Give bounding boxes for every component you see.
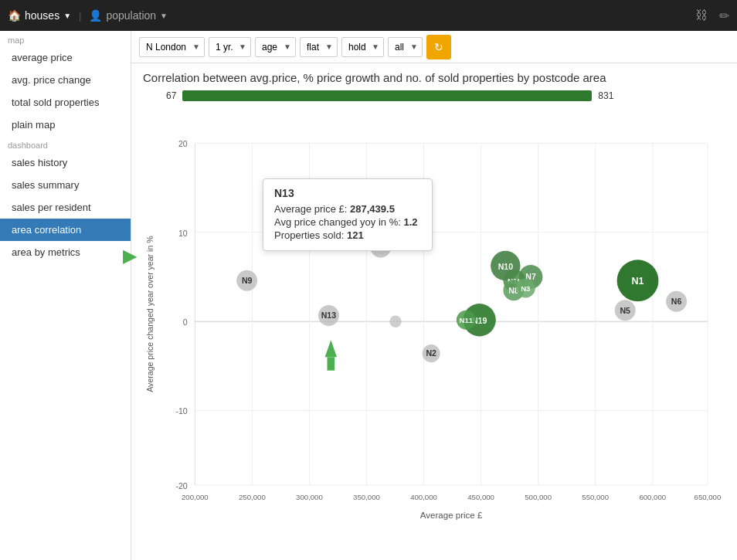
svg-text:Average price £: Average price £ bbox=[420, 511, 483, 520]
period-filter[interactable]: 1 yr. ▼ bbox=[209, 37, 251, 57]
svg-text:0: 0 bbox=[183, 317, 188, 327]
legend-max: 831 bbox=[598, 90, 613, 101]
house-icon: 🏠 bbox=[8, 9, 21, 22]
svg-text:500,000: 500,000 bbox=[525, 493, 552, 501]
svg-text:300,000: 300,000 bbox=[296, 493, 323, 501]
type-select[interactable]: flat bbox=[300, 37, 338, 57]
chart-title: Correlation between avg.price, % price g… bbox=[143, 71, 725, 84]
scope-filter[interactable]: all ▼ bbox=[388, 37, 423, 57]
svg-text:400,000: 400,000 bbox=[410, 493, 437, 501]
svg-text:350,000: 350,000 bbox=[353, 493, 380, 501]
population-caret: ▼ bbox=[160, 12, 168, 20]
scope-select[interactable]: all bbox=[388, 37, 423, 57]
location-select[interactable]: N London bbox=[139, 37, 205, 57]
sidebar-item-plain-map[interactable]: plain map bbox=[0, 114, 131, 136]
svg-text:N11: N11 bbox=[460, 316, 474, 324]
period-select[interactable]: 1 yr. bbox=[209, 37, 251, 57]
edit-icon[interactable]: ✏ bbox=[719, 8, 729, 23]
sidebar-item-sales-per-resident[interactable]: sales per resident bbox=[0, 196, 131, 219]
svg-text:10: 10 bbox=[178, 229, 188, 238]
brand-label: houses bbox=[25, 9, 59, 22]
svg-text:550,000: 550,000 bbox=[582, 493, 609, 501]
metric-filter[interactable]: age ▼ bbox=[255, 37, 296, 57]
sidebar-item-sales-summary[interactable]: sales summary bbox=[0, 174, 131, 196]
filter-bar: N London ▼ 1 yr. ▼ age ▼ flat ▼ hold ▼ a… bbox=[131, 31, 737, 63]
svg-text:N6: N6 bbox=[671, 297, 682, 306]
sidebar-item-area-by-metrics[interactable]: area by metrics bbox=[0, 241, 131, 263]
svg-text:N10: N10 bbox=[498, 262, 514, 271]
sidebar-item-sales-history[interactable]: sales history bbox=[0, 151, 131, 174]
svg-text:N2: N2 bbox=[426, 348, 436, 358]
svg-text:N5: N5 bbox=[620, 306, 630, 315]
bubble-small-1[interactable] bbox=[389, 315, 401, 327]
sidebar-arrow-icon: ▶ bbox=[123, 246, 136, 266]
up-arrow-icon bbox=[325, 340, 337, 357]
scatter-chart: 20 10 0 -10 -20 200,000 250,000 300,000 … bbox=[143, 109, 725, 541]
sidebar: map average price avg. price change tota… bbox=[0, 31, 131, 560]
svg-text:20: 20 bbox=[178, 139, 188, 148]
brand-caret: ▼ bbox=[63, 12, 71, 20]
top-nav: 🏠 houses ▼ | 👤 population ▼ ⛓ ✏ bbox=[0, 0, 737, 31]
mode-filter[interactable]: hold ▼ bbox=[341, 37, 384, 57]
sidebar-item-area-correlation[interactable]: area correlation bbox=[0, 219, 131, 241]
sidebar-item-average-price[interactable]: average price bbox=[0, 46, 131, 69]
refresh-button[interactable]: ↻ bbox=[426, 35, 451, 59]
person-icon: 👤 bbox=[89, 9, 102, 22]
brand[interactable]: 🏠 houses ▼ bbox=[8, 9, 71, 22]
svg-text:N15: N15 bbox=[373, 243, 389, 252]
population-label: population bbox=[106, 9, 156, 22]
metric-select[interactable]: age bbox=[255, 37, 296, 57]
legend-bar-container: 67 831 bbox=[166, 90, 725, 101]
population-nav[interactable]: 👤 population ▼ bbox=[89, 9, 168, 22]
svg-text:N9: N9 bbox=[242, 276, 253, 285]
svg-text:N1: N1 bbox=[632, 276, 644, 287]
svg-text:-10: -10 bbox=[175, 406, 187, 416]
legend-min: 67 bbox=[166, 90, 176, 101]
sidebar-item-total-sold[interactable]: total sold properties bbox=[0, 91, 131, 114]
svg-text:200,000: 200,000 bbox=[182, 493, 209, 501]
sidebar-item-avg-price-change[interactable]: avg. price change bbox=[0, 69, 131, 91]
svg-text:N3: N3 bbox=[521, 284, 530, 293]
mode-select[interactable]: hold bbox=[341, 37, 384, 57]
chart-area: ▶ 20 10 0 -10 -2 bbox=[143, 109, 725, 541]
svg-text:Average price changed year ove: Average price changed year over year in … bbox=[145, 236, 155, 392]
svg-text:-20: -20 bbox=[175, 481, 187, 490]
location-filter[interactable]: N London ▼ bbox=[139, 37, 205, 57]
link-icon[interactable]: ⛓ bbox=[695, 8, 708, 22]
svg-text:450,000: 450,000 bbox=[467, 493, 494, 501]
dashboard-section-label: dashboard bbox=[0, 136, 131, 151]
up-arrow-stem bbox=[328, 357, 335, 370]
svg-text:N13: N13 bbox=[321, 311, 337, 320]
main-content: Correlation between avg.price, % price g… bbox=[131, 63, 737, 560]
svg-text:650,000: 650,000 bbox=[695, 493, 722, 501]
map-section-label: map bbox=[0, 31, 131, 46]
legend-bar bbox=[182, 90, 592, 101]
svg-text:250,000: 250,000 bbox=[239, 493, 266, 501]
type-filter[interactable]: flat ▼ bbox=[300, 37, 338, 57]
svg-text:600,000: 600,000 bbox=[639, 493, 666, 501]
